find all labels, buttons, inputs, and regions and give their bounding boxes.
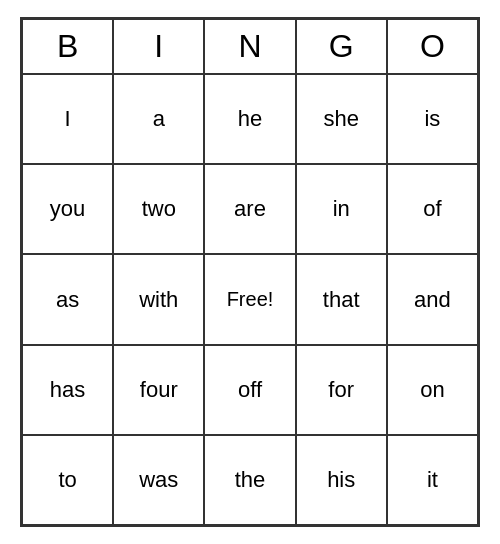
bingo-card: B I N G O I a he she is you two are in o… — [20, 17, 480, 527]
cell-0-4: is — [387, 74, 478, 164]
cell-3-3: for — [296, 345, 387, 435]
cell-0-2: he — [204, 74, 295, 164]
cell-4-2: the — [204, 435, 295, 525]
cell-2-4: and — [387, 254, 478, 344]
cell-3-0: has — [22, 345, 113, 435]
cell-2-3: that — [296, 254, 387, 344]
cell-0-0: I — [22, 74, 113, 164]
cell-1-0: you — [22, 164, 113, 254]
cell-0-1: a — [113, 74, 204, 164]
cell-4-1: was — [113, 435, 204, 525]
cell-4-3: his — [296, 435, 387, 525]
cell-1-3: in — [296, 164, 387, 254]
cell-3-4: on — [387, 345, 478, 435]
cell-1-1: two — [113, 164, 204, 254]
cell-0-3: she — [296, 74, 387, 164]
header-i: I — [113, 19, 204, 74]
free-space: Free! — [204, 254, 295, 344]
cell-3-1: four — [113, 345, 204, 435]
header-n: N — [204, 19, 295, 74]
header-g: G — [296, 19, 387, 74]
header-o: O — [387, 19, 478, 74]
cell-1-4: of — [387, 164, 478, 254]
cell-3-2: off — [204, 345, 295, 435]
cell-1-2: are — [204, 164, 295, 254]
cell-4-4: it — [387, 435, 478, 525]
cell-4-0: to — [22, 435, 113, 525]
cell-2-0: as — [22, 254, 113, 344]
cell-2-1: with — [113, 254, 204, 344]
header-b: B — [22, 19, 113, 74]
